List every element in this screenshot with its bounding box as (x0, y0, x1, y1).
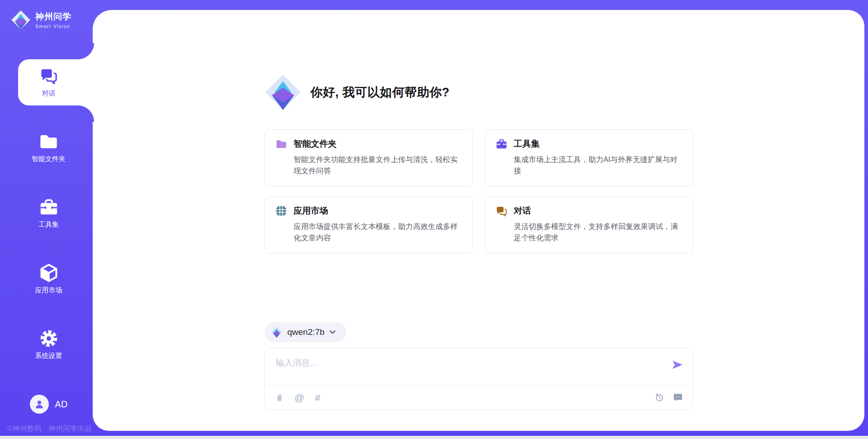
chat-bubbles-icon (39, 67, 59, 85)
sidebar-item-app-market[interactable]: 应用市场 (0, 255, 97, 304)
brand-name: 神州问学 (35, 11, 71, 23)
feature-cards: 智能文件夹 智能文件夹功能支持批量文件上传与清洗，轻松实现文件问答 工 (264, 129, 693, 253)
sidebar-item-label: 应用市场 (35, 286, 62, 295)
card-title: 对话 (514, 205, 531, 217)
send-button[interactable] (670, 358, 684, 372)
chat-bubbles-icon (496, 205, 507, 216)
user-profile[interactable]: AD (0, 395, 97, 414)
sidebar-item-label: 工具集 (38, 220, 59, 229)
sidebar-item-smart-folder[interactable]: 智能文件夹 (0, 124, 97, 172)
message-input[interactable] (265, 348, 693, 384)
main-panel: 你好, 我可以如何帮助你? 智能文件夹 智能文件夹功能支持批量文件上传与清洗，轻… (93, 10, 864, 431)
at-sign-icon: @ (295, 392, 304, 403)
card-smart-folder[interactable]: 智能文件夹 智能文件夹功能支持批量文件上传与清洗，轻松实现文件问答 (264, 129, 473, 186)
sidebar-item-label: 智能文件夹 (32, 155, 66, 163)
card-title: 智能文件夹 (294, 138, 337, 150)
chevron-down-icon (330, 330, 335, 334)
app-grid-icon (276, 205, 287, 216)
topic-button[interactable]: # (315, 392, 321, 403)
history-clock-icon (655, 393, 664, 402)
user-initials: AD (55, 399, 68, 410)
feedback-button[interactable] (673, 393, 683, 402)
card-description: 应用市场提供丰富长文本模板，助力高效生成多样化文章内容 (294, 221, 462, 243)
paperclip-icon (275, 393, 284, 403)
history-button[interactable] (655, 393, 664, 402)
greeting-logo-icon (264, 74, 302, 111)
copyright-footer: ©神州数码 · 神州问学出品 (7, 424, 92, 434)
folder-icon (276, 138, 287, 149)
avatar (30, 395, 49, 414)
feedback-bubble-icon (673, 393, 683, 402)
cube-icon (39, 264, 59, 282)
greeting-title: 你好, 我可以如何帮助你? (311, 84, 450, 100)
model-selector[interactable]: qwen2:7b (264, 322, 346, 342)
brand: 神州问学 Smart Vision (11, 10, 71, 30)
send-plane-icon (671, 358, 684, 371)
attachment-button[interactable] (275, 393, 284, 403)
toolbox-icon (39, 198, 59, 216)
gear-icon (39, 329, 59, 348)
page-bottom-edge (0, 436, 868, 439)
card-description: 灵活切换多模型文件，支持多样回复效果调试，满足个性化需求 (514, 221, 682, 243)
hash-icon: # (315, 392, 321, 403)
card-chat[interactable]: 对话 灵活切换多模型文件，支持多样回复效果调试，满足个性化需求 (485, 196, 693, 253)
folder-icon (39, 133, 59, 151)
greeting: 你好, 我可以如何帮助你? (264, 73, 693, 111)
toolbox-icon (496, 138, 507, 149)
sidebar-item-settings[interactable]: 系统设置 (0, 320, 97, 369)
sidebar: 神州问学 Smart Vision 对话 智能文件夹 (0, 0, 97, 439)
brand-subtitle: Smart Vision (35, 24, 71, 29)
card-toolbox[interactable]: 工具集 集成市场上主流工具，助力AI与外界无缝扩展与对接 (485, 129, 693, 186)
sidebar-nav: 对话 智能文件夹 工具集 (0, 58, 97, 386)
card-title: 应用市场 (294, 205, 328, 217)
sidebar-item-toolbox[interactable]: 工具集 (0, 189, 97, 238)
message-input-box: @ # (264, 348, 693, 410)
model-name: qwen2:7b (288, 327, 325, 337)
model-logo-icon (271, 326, 283, 338)
person-icon (34, 399, 45, 410)
sidebar-item-label: 对话 (42, 89, 56, 98)
brand-logo-icon (11, 10, 31, 30)
sidebar-item-chat[interactable]: 对话 (0, 58, 97, 107)
card-description: 智能文件夹功能支持批量文件上传与清洗，轻松实现文件问答 (294, 154, 462, 177)
composer: qwen2:7b (264, 322, 693, 410)
mention-button[interactable]: @ (295, 392, 304, 403)
card-description: 集成市场上主流工具，助力AI与外界无缝扩展与对接 (514, 154, 682, 177)
card-app-market[interactable]: 应用市场 应用市场提供丰富长文本模板，助力高效生成多样化文章内容 (264, 196, 473, 253)
sidebar-item-label: 系统设置 (35, 352, 62, 360)
card-title: 工具集 (514, 138, 540, 150)
